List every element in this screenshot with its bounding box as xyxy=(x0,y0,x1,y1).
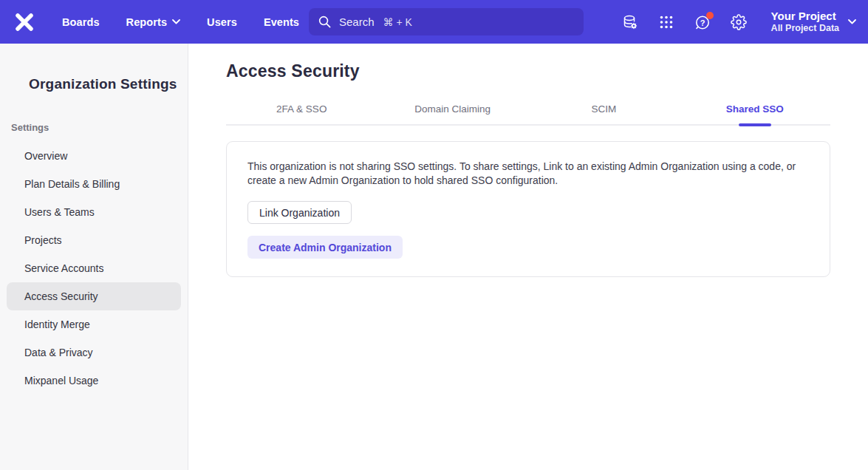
sidebar-item-data-privacy[interactable]: Data & Privacy xyxy=(7,338,181,367)
tab-bar: 2FA & SSO Domain Claiming SCIM Shared SS… xyxy=(226,93,830,126)
search-placeholder: Search xyxy=(339,16,375,28)
nav-item-reports[interactable]: Reports xyxy=(126,16,181,28)
tab-scim[interactable]: SCIM xyxy=(528,93,680,124)
topbar: Boards Reports Users Events Search ⌘ + K xyxy=(0,0,868,44)
sidebar-item-mixpanel-usage[interactable]: Mixpanel Usage xyxy=(7,367,181,395)
svg-text:?: ? xyxy=(700,18,705,27)
mixpanel-logo[interactable] xyxy=(13,11,35,33)
nav-label: Reports xyxy=(126,16,168,28)
tab-label: 2FA & SSO xyxy=(276,103,327,115)
create-admin-organization-button[interactable]: Create Admin Organization xyxy=(247,236,403,259)
sidebar-item-users-teams[interactable]: Users & Teams xyxy=(7,198,181,226)
settings-sidebar: Organization Settings Settings Overview … xyxy=(0,44,188,470)
tab-2fa-sso[interactable]: 2FA & SSO xyxy=(226,93,377,124)
apps-grid-icon[interactable] xyxy=(658,14,674,30)
data-pipeline-icon[interactable] xyxy=(622,14,638,30)
project-labels: Your Project All Project Data xyxy=(771,10,839,34)
sidebar-title: Organization Settings xyxy=(29,76,188,92)
sidebar-item-projects[interactable]: Projects xyxy=(7,226,181,254)
sidebar-section-label: Settings xyxy=(11,122,188,133)
shared-sso-description: This organization is not sharing SSO set… xyxy=(247,160,809,188)
tab-label: SCIM xyxy=(591,103,616,115)
search-input[interactable]: Search ⌘ + K xyxy=(309,8,584,35)
sidebar-item-overview[interactable]: Overview xyxy=(7,142,181,170)
nav-item-events[interactable]: Events xyxy=(264,16,299,28)
sidebar-item-plan-details-billing[interactable]: Plan Details & Billing xyxy=(7,170,181,198)
chevron-down-icon xyxy=(172,19,180,24)
main-content: Access Security 2FA & SSO Domain Claimin… xyxy=(189,44,868,470)
shared-sso-card: This organization is not sharing SSO set… xyxy=(226,141,830,277)
tab-shared-sso[interactable]: Shared SSO xyxy=(680,93,831,124)
nav-item-users[interactable]: Users xyxy=(207,16,237,28)
nav-label: Boards xyxy=(62,16,100,28)
top-navigation: Boards Reports Users Events xyxy=(62,16,299,28)
active-tab-indicator xyxy=(739,123,771,126)
nav-item-boards[interactable]: Boards xyxy=(62,16,100,28)
search-shortcut: ⌘ + K xyxy=(383,16,412,28)
chevron-down-icon xyxy=(848,19,856,24)
topbar-actions: ? Your Project All Project Data xyxy=(622,10,856,34)
tab-label: Shared SSO xyxy=(726,103,784,115)
page-title: Access Security xyxy=(226,61,830,81)
nav-label: Events xyxy=(264,16,299,28)
sidebar-nav: Overview Plan Details & Billing Users & … xyxy=(0,142,188,395)
search-icon xyxy=(318,15,332,29)
project-switcher[interactable]: Your Project All Project Data xyxy=(771,10,856,34)
link-organization-button[interactable]: Link Organization xyxy=(247,201,352,224)
sidebar-item-service-accounts[interactable]: Service Accounts xyxy=(7,254,181,282)
settings-gear-icon[interactable] xyxy=(731,14,747,30)
sidebar-item-identity-merge[interactable]: Identity Merge xyxy=(7,310,181,338)
nav-label: Users xyxy=(207,16,237,28)
tab-label: Domain Claiming xyxy=(414,103,491,115)
tab-domain-claiming[interactable]: Domain Claiming xyxy=(377,93,529,124)
notification-badge xyxy=(706,12,714,19)
project-scope: All Project Data xyxy=(771,23,839,34)
project-name: Your Project xyxy=(771,10,839,23)
sidebar-item-access-security[interactable]: Access Security xyxy=(7,282,181,310)
help-icon[interactable]: ? xyxy=(694,14,711,30)
